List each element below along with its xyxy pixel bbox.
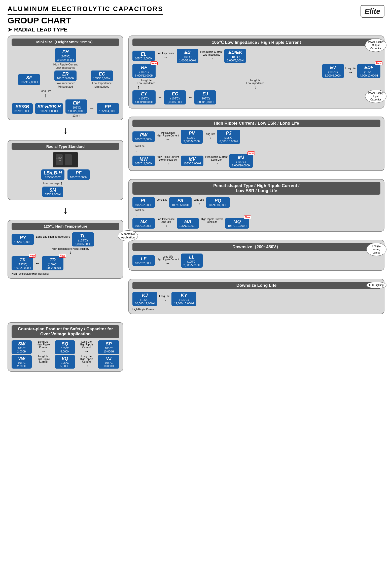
cap-VQ[interactable]: VQ 105℃ 5,000H bbox=[55, 355, 75, 369]
py-tl-row: PY 125℃ 2,000H Long Life High Temperatur… bbox=[12, 232, 119, 246]
cap-SQ[interactable]: SQ 105℃ 5,000H bbox=[55, 340, 75, 354]
cap-PW[interactable]: PW 105℃ 2,000H bbox=[132, 131, 155, 142]
cap-image-row: 120μF120V bbox=[12, 152, 119, 167]
cap-EB[interactable]: EB （105℃） 1,000/2,000H bbox=[177, 49, 198, 63]
cap-image: 120μF120V bbox=[53, 152, 78, 167]
cap-EH[interactable]: EH （105℃） 3,000/4,000H bbox=[55, 48, 76, 62]
group-chart: GROUP CHART bbox=[8, 16, 163, 25]
tx-td-row: TX （135℃） 1,000/2,000H New ← TD （130℃） 1… bbox=[12, 256, 119, 270]
cap-KJ[interactable]: KJ （105℃） 10,000/12,000H bbox=[132, 292, 157, 306]
tx-td-arrow: ← bbox=[35, 261, 40, 266]
tx-new-badge: New bbox=[29, 254, 36, 258]
cap-SP[interactable]: SP 105℃ 10,000H bbox=[98, 340, 119, 354]
cap-SF[interactable]: SF 105℃ 2,000H bbox=[18, 74, 40, 85]
cap-LB[interactable]: LB/LB-H 85℃&105℃ bbox=[41, 169, 64, 180]
eh-row: EH （105℃） 3,000/4,000H High Ripple Curre… bbox=[12, 48, 119, 69]
pencil-section: Pencil-shaped Type / High Ripple Current… bbox=[128, 179, 384, 232]
header: ALUMINUM ELECTROLYTIC CAPACITORS GROUP C… bbox=[8, 5, 384, 33]
cap-ER[interactable]: ER 105℃ 3,000H bbox=[54, 70, 77, 81]
lb-pf-sm-row: LB/LB-H 85℃&105℃ Low Leakage ↑ SM 85℃ 2,… bbox=[12, 169, 119, 197]
cap-EG[interactable]: EG （105℃） 3,000/6,000H bbox=[164, 90, 186, 104]
cap-EDF[interactable]: EDF （105℃） 4,000/10,000H bbox=[357, 64, 380, 78]
high-temp-rel2-label: High Temperature High Reliability bbox=[12, 271, 119, 276]
main-layout: Mini Size（Height 5mm~12mm） EH （105℃） 3,0… bbox=[8, 35, 384, 318]
mini-size-title: Mini Size（Height 5mm~12mm） bbox=[12, 39, 119, 46]
right-column: 105℃ Low Impedance / High Ripple Current… bbox=[128, 35, 384, 318]
cap-VJ[interactable]: VJ 105℃ 10,000H bbox=[98, 355, 119, 369]
cap-RF[interactable]: RF （105℃） 6,000/12,000H bbox=[132, 64, 156, 78]
power-supply-input-callout: Power Supply Input Capacitor bbox=[365, 90, 386, 103]
logo: Elite bbox=[361, 5, 384, 18]
edf-new-badge: New bbox=[375, 61, 382, 65]
cap-VW[interactable]: VW 105℃ 2,000H bbox=[12, 355, 32, 369]
cap-TX[interactable]: TX （135℃） 1,000/2,000H bbox=[12, 256, 33, 270]
cap-SS-H-SB-H[interactable]: SS-H/SB-H 105℃ 1,000H bbox=[35, 103, 63, 114]
cap-PF[interactable]: PF 105℃ 2,000H bbox=[67, 169, 90, 180]
pencil-title: Pencil-shaped Type / High Ripple Current… bbox=[132, 182, 380, 195]
cap-MZ[interactable]: MZ 105℃ 2,000H bbox=[132, 218, 155, 229]
radial-std-section: Radial Type Standard 120μF120V LB/LB-H 8… bbox=[8, 140, 123, 200]
cap-SM[interactable]: SM 85℃ 2,000H bbox=[42, 187, 63, 197]
cap-PQ[interactable]: PQ 105℃ 10,000H bbox=[206, 197, 230, 208]
cap-ED-EK[interactable]: ED/EK （105℃） 2,000/5,000H bbox=[224, 49, 246, 63]
long-life-high-temp: Long Life High Temperature bbox=[36, 235, 70, 238]
downsize-long-section: Downsize Long Life LED Lighting KJ （105℃… bbox=[128, 279, 384, 314]
cap-EM[interactable]: EM （105℃） 1,000/2,000H bbox=[65, 99, 87, 114]
long-life-label: Long Life bbox=[40, 89, 51, 93]
low-impedance-section: 105℃ Low Impedance / High Ripple Current… bbox=[128, 35, 384, 109]
cap-PA[interactable]: PA 105℃ 5,000H bbox=[169, 197, 192, 208]
cap-MW[interactable]: MW 105℃ 2,000H bbox=[132, 156, 155, 166]
radial-std-title: Radial Type Standard bbox=[12, 143, 119, 150]
low-esr-arrow: Low ESR ↓ bbox=[135, 145, 380, 153]
cap-PL[interactable]: PL 105℃ 2,000H bbox=[132, 197, 155, 208]
cap-EL[interactable]: EL 105℃ 2,000H bbox=[132, 51, 155, 61]
cap-TL[interactable]: TL （125℃） 3,000/5,000H bbox=[72, 232, 94, 246]
cap-EY[interactable]: EY （105℃） 4,000/10,000H bbox=[132, 90, 156, 104]
arrow-mini-to-radial: ↓ bbox=[8, 125, 123, 136]
mini-size-section: Mini Size（Height 5mm~12mm） EH （105℃） 3,0… bbox=[8, 35, 123, 120]
cap-LF[interactable]: LF 105℃ 2,000H bbox=[132, 255, 155, 266]
sw-sq-sp-row: SW 105℃ 2,000H Long Life High Ripple Cur… bbox=[12, 340, 119, 354]
rf-ev-edf-row: RF （105℃） 6,000/12,000H New EV （105℃） 3,… bbox=[132, 64, 380, 78]
mj-new-badge: New bbox=[247, 151, 255, 155]
vw-vq-vj-row: VW 105℃ 2,000H Long Life High Ripple Cur… bbox=[12, 355, 119, 369]
bottom-right-spacer bbox=[128, 318, 384, 372]
low-imp-title: 105℃ Low Impedance / High Ripple Current bbox=[132, 39, 380, 46]
cap-PY[interactable]: PY 125℃ 2,000H bbox=[12, 234, 34, 245]
cap-MV[interactable]: MV 105℃ 5,000H bbox=[181, 156, 203, 166]
pw-pv-pj-row: PW 105℃ 2,000H Miniaturized High Ripple … bbox=[132, 130, 380, 144]
energy-saving-callout: Energy-saving Lamps bbox=[366, 243, 386, 256]
main-title: ALUMINUM ELECTROLYTIC CAPACITORS bbox=[8, 5, 163, 15]
cap-EP[interactable]: EP 105℃ 4,000H bbox=[97, 103, 119, 114]
cap-KY[interactable]: KY （105℃） 12,000/15,000H bbox=[171, 292, 196, 306]
cap-PV[interactable]: PV （105℃） 2,000/5,000H bbox=[181, 130, 203, 144]
mw-mv-mj-row: MW 105℃ 2,000H High Ripple Current Low I… bbox=[132, 154, 380, 168]
row2-labels: Long Life Low Impedance ↑ Long Life Low … bbox=[132, 79, 380, 90]
kj-high-ripple-label: High Ripple Current bbox=[132, 307, 380, 311]
cap-SS-SB[interactable]: SS/SB 85℃ 1,000H bbox=[12, 103, 33, 114]
cap-MJ[interactable]: MJ （105℃） 8,000/10,000H bbox=[229, 154, 253, 168]
counter-section: Counter-plan Product for Safety / Capaci… bbox=[8, 322, 123, 372]
rf-new-badge: New bbox=[151, 61, 158, 65]
title-block: ALUMINUM ELECTROLYTIC CAPACITORS GROUP C… bbox=[8, 5, 163, 33]
low-esr-arrow2: Low ESR ↓ bbox=[135, 209, 380, 217]
cap-TD[interactable]: TD （130℃） 1,000/4,000H bbox=[42, 256, 63, 270]
arrow-radial-to-temp125: ↓ bbox=[8, 205, 123, 216]
arrow-symbol: ➤ bbox=[8, 26, 12, 33]
low-impedance1-label: Low Impedance bbox=[56, 66, 75, 69]
cap-PJ[interactable]: PJ （105℃） 8,000/10,000H bbox=[217, 130, 240, 144]
cap-EC[interactable]: EC 105℃ 5,000H bbox=[91, 70, 113, 81]
low-leakage-label: Low Leakage bbox=[43, 182, 59, 185]
led-callout: LED Lighting bbox=[366, 282, 386, 289]
cap-MQ[interactable]: MQ 105℃ 10,000H bbox=[225, 218, 249, 229]
downsize-long-title: Downsize Long Life bbox=[132, 282, 380, 289]
bottom-left: Counter-plan Product for Safety / Capaci… bbox=[8, 318, 123, 372]
cap-SW[interactable]: SW 105℃ 2,000H bbox=[12, 340, 32, 354]
pl-pa-pq-row: PL 105℃ 2,000H Long Life → PA 105℃ 5,000… bbox=[132, 197, 380, 208]
mq-new-badge: New bbox=[244, 216, 251, 219]
mz-ma-mq-row: MZ 105℃ 2,000H Low Impedance Long Life →… bbox=[132, 218, 380, 229]
cap-EJ[interactable]: EJ （105℃） 3,000/5,000H bbox=[194, 90, 216, 104]
cap-MA[interactable]: MA 105℃ 5,000H bbox=[177, 218, 199, 229]
cap-LL[interactable]: LL （105℃） 2,000/5,000H bbox=[181, 254, 203, 268]
cap-EV[interactable]: EV （105℃） 3,000/6,000H bbox=[322, 64, 344, 78]
